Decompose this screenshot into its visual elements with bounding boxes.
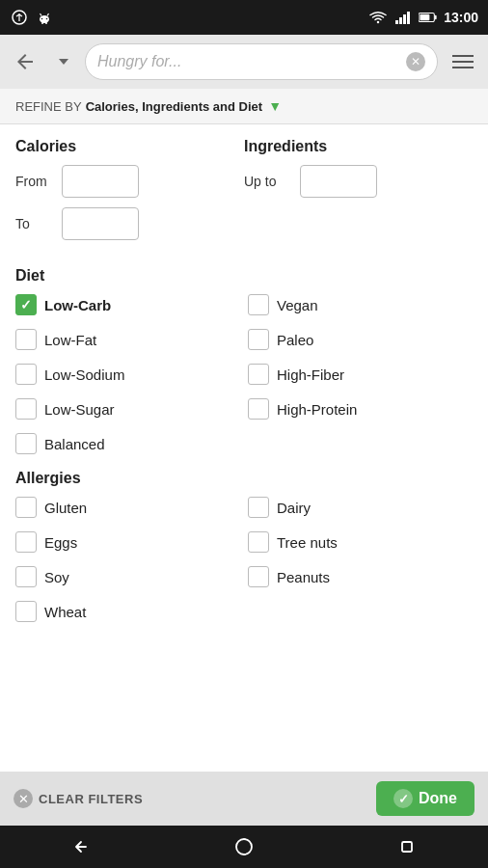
allergy-option-peanuts[interactable]: Peanuts	[248, 566, 473, 587]
allergy-label-soy: Soy	[44, 569, 69, 585]
diet-option-low-sugar[interactable]: Low-Sugar	[15, 398, 240, 420]
done-check-icon: ✓	[393, 789, 413, 808]
upto-label: Up to	[244, 174, 292, 189]
allergy-checkbox-peanuts[interactable]	[248, 566, 269, 587]
done-button[interactable]: ✓ Done	[376, 781, 474, 816]
diet-option-vegan[interactable]: Vegan	[248, 294, 473, 315]
svg-point-3	[46, 18, 48, 20]
clear-filters-button[interactable]: ✕ CLEAR FILTERS	[14, 789, 143, 808]
android-recents-button[interactable]	[386, 826, 428, 868]
allergies-heading: Allergies	[15, 470, 473, 487]
main-content: Calories From To Ingredients Up to Diet	[0, 124, 488, 767]
diet-checkbox-balanced[interactable]	[15, 433, 37, 454]
diet-label-low-fat: Low-Fat	[44, 332, 96, 348]
back-button[interactable]	[8, 44, 42, 79]
clear-search-icon[interactable]: ✕	[406, 52, 425, 71]
allergy-label-wheat: Wheat	[44, 604, 86, 620]
diet-label-vegan: Vegan	[277, 297, 318, 313]
ingredients-upto-input[interactable]	[300, 165, 377, 198]
svg-line-5	[47, 14, 49, 16]
battery-icon	[419, 8, 438, 27]
diet-checkbox-vegan[interactable]	[248, 294, 269, 315]
diet-checkbox-low-carb[interactable]	[15, 294, 37, 315]
allergy-option-dairy[interactable]: Dairy	[248, 497, 473, 518]
calories-from-row: From	[15, 165, 244, 198]
calories-to-input[interactable]	[62, 207, 139, 240]
status-bar: 13:00	[0, 0, 488, 35]
status-left-icons	[10, 8, 54, 27]
allergy-checkbox-soy[interactable]	[15, 566, 37, 587]
dropdown-green-icon: ▼	[268, 98, 282, 114]
diet-option-paleo[interactable]: Paleo	[248, 329, 473, 350]
allergy-checkbox-dairy[interactable]	[248, 497, 269, 518]
calories-section: Calories From To	[15, 138, 244, 250]
ingredients-heading: Ingredients	[244, 138, 473, 155]
allergy-label-eggs: Eggs	[44, 534, 77, 551]
nav-bar: Hungry for... ✕	[0, 35, 488, 89]
svg-rect-14	[420, 14, 430, 20]
dropdown-arrow-button[interactable]	[50, 48, 77, 75]
search-placeholder: Hungry for...	[97, 53, 406, 70]
calories-to-row: To	[15, 207, 244, 240]
status-right-icons: 13:00	[368, 8, 478, 27]
diet-option-high-protein[interactable]: High-Protein	[248, 398, 473, 420]
allergies-checkbox-grid: Gluten Dairy Eggs Tree nuts Soy	[15, 497, 473, 622]
allergy-checkbox-eggs[interactable]	[15, 531, 37, 553]
svg-rect-10	[403, 14, 406, 24]
svg-rect-9	[399, 17, 402, 24]
svg-rect-13	[435, 15, 437, 20]
bottom-bar: ✕ CLEAR FILTERS ✓ Done	[0, 772, 488, 826]
android-icon	[35, 8, 54, 27]
diet-label-high-fiber: High-Fiber	[277, 366, 344, 383]
allergy-checkbox-wheat[interactable]	[15, 601, 37, 622]
allergy-checkbox-tree-nuts[interactable]	[248, 531, 269, 553]
svg-rect-11	[407, 12, 410, 24]
calories-heading: Calories	[15, 138, 244, 155]
diet-option-low-fat[interactable]: Low-Fat	[15, 329, 240, 350]
diet-checkbox-high-fiber[interactable]	[248, 364, 269, 385]
diet-label-high-protein: High-Protein	[277, 401, 357, 418]
diet-checkbox-low-fat[interactable]	[15, 329, 37, 350]
svg-rect-8	[395, 20, 398, 24]
calories-from-input[interactable]	[62, 165, 139, 198]
svg-rect-16	[402, 842, 412, 852]
allergy-checkbox-gluten[interactable]	[15, 497, 37, 518]
diet-checkbox-paleo[interactable]	[248, 329, 269, 350]
done-label: Done	[419, 790, 457, 807]
diet-label-low-carb: Low-Carb	[44, 297, 111, 313]
allergy-option-tree-nuts[interactable]: Tree nuts	[248, 531, 473, 553]
diet-option-low-carb[interactable]: Low-Carb	[15, 294, 240, 315]
diet-checkbox-high-protein[interactable]	[248, 398, 269, 420]
diet-label-balanced: Balanced	[44, 436, 105, 452]
ingredients-upto-row: Up to	[244, 165, 473, 198]
search-bar[interactable]: Hungry for... ✕	[85, 43, 438, 80]
android-nav-bar	[0, 826, 488, 868]
allergy-option-wheat[interactable]: Wheat	[15, 601, 240, 622]
hamburger-icon	[452, 55, 474, 68]
allergy-option-soy[interactable]: Soy	[15, 566, 240, 587]
allergy-option-eggs[interactable]: Eggs	[15, 531, 240, 553]
to-label: To	[15, 216, 54, 231]
diet-option-low-sodium[interactable]: Low-Sodium	[15, 364, 240, 385]
diet-checkbox-low-sodium[interactable]	[15, 364, 37, 385]
diet-option-balanced[interactable]: Balanced	[15, 433, 240, 454]
diet-checkbox-low-sugar[interactable]	[15, 398, 37, 420]
mic-icon	[10, 8, 29, 27]
refine-banner[interactable]: REFINE BY Calories, Ingredients and Diet…	[0, 89, 488, 124]
svg-rect-6	[41, 22, 43, 24]
status-time: 13:00	[444, 10, 478, 25]
wifi-icon	[368, 8, 388, 27]
allergy-label-tree-nuts: Tree nuts	[277, 534, 338, 551]
allergy-label-gluten: Gluten	[44, 500, 87, 516]
menu-button[interactable]	[446, 44, 480, 79]
svg-point-1	[40, 15, 49, 23]
svg-point-15	[236, 839, 252, 854]
diet-heading: Diet	[15, 267, 473, 285]
diet-label-paleo: Paleo	[277, 332, 313, 348]
diet-option-high-fiber[interactable]: High-Fiber	[248, 364, 473, 385]
allergy-option-gluten[interactable]: Gluten	[15, 497, 240, 518]
android-home-button[interactable]	[223, 826, 265, 868]
from-label: From	[15, 174, 54, 189]
android-back-button[interactable]	[60, 826, 102, 868]
refine-value: Calories, Ingredients and Diet	[86, 99, 263, 114]
